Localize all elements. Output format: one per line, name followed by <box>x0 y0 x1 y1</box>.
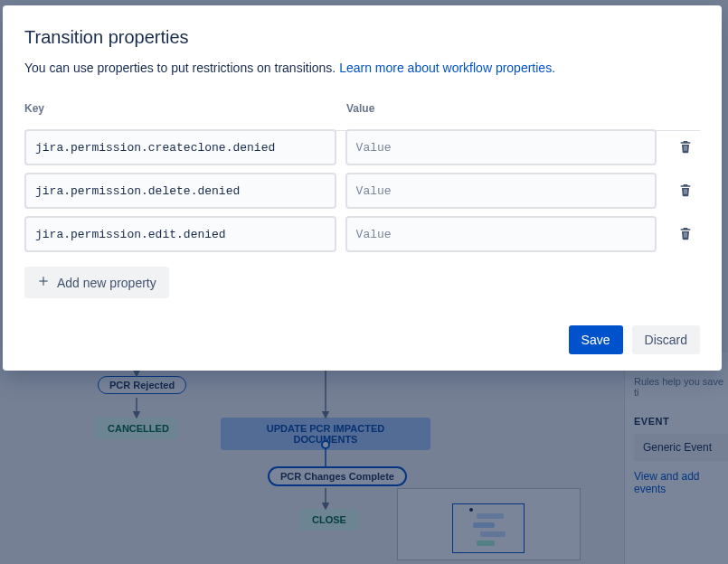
key-column-header: Key <box>24 102 337 115</box>
add-new-property-button[interactable]: Add new property <box>24 267 169 298</box>
property-row <box>24 129 700 165</box>
discard-button[interactable]: Discard <box>632 325 700 354</box>
property-value-input[interactable] <box>345 173 657 209</box>
property-key-input[interactable] <box>24 129 336 165</box>
modal-title: Transition properties <box>24 27 700 48</box>
add-new-property-label: Add new property <box>57 276 156 290</box>
property-row <box>24 216 700 252</box>
modal-desc-text: You can use properties to put restrictio… <box>24 61 339 75</box>
delete-property-button[interactable] <box>671 176 700 205</box>
columns-header: Key Value <box>24 102 700 115</box>
property-key-input[interactable] <box>24 173 336 209</box>
property-row <box>24 173 700 209</box>
learn-more-link[interactable]: Learn more about workflow properties. <box>339 61 555 75</box>
trash-icon <box>678 183 693 200</box>
plus-icon <box>37 275 50 290</box>
delete-property-button[interactable] <box>671 133 700 162</box>
modal-description: You can use properties to put restrictio… <box>24 61 700 75</box>
transition-properties-modal: Transition properties You can use proper… <box>3 5 722 371</box>
property-value-input[interactable] <box>345 129 657 165</box>
value-column-header: Value <box>346 102 659 115</box>
trash-icon <box>678 139 693 156</box>
delete-property-button[interactable] <box>671 220 700 249</box>
trash-icon <box>678 226 693 243</box>
save-button[interactable]: Save <box>569 325 623 354</box>
property-key-input[interactable] <box>24 216 336 252</box>
property-value-input[interactable] <box>345 216 657 252</box>
modal-footer: Save Discard <box>24 325 700 354</box>
header-divider <box>24 130 700 131</box>
